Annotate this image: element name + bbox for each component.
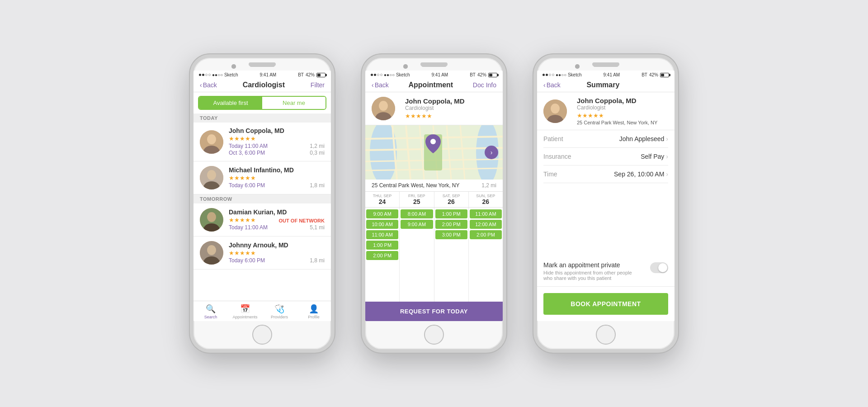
private-toggle[interactable] [650,262,668,273]
slot-thu-5[interactable]: 2:00 PM [366,251,398,260]
avatar-damian-kurian [200,208,223,232]
tab-appointments[interactable]: 📅 Appointments [228,303,262,320]
map-bg: › [365,125,503,180]
summary-time-row[interactable]: Time Sep 26, 10:00 AM › [543,166,668,183]
summary-patient-row[interactable]: Patient John Appleseed › [543,130,668,148]
doctor-name-4: Johnny Arnouk, MD [229,241,325,249]
map-area: › [365,125,503,180]
doc-name-2: John Coppola, MD [405,97,496,105]
phone-1-home[interactable] [252,325,272,345]
summary-insurance-row[interactable]: Insurance Self Pay › [543,148,668,166]
insurance-type: Self Pay [641,153,664,160]
book-appointment-button[interactable]: BOOK APPOINTMENT [543,293,668,315]
filter-button[interactable]: Filter [311,81,325,89]
dist-4: 1,8 mi [310,257,325,264]
time-1: 9:41 AM [260,72,277,77]
slot-thu-1[interactable]: 9:00 AM [366,209,398,218]
tab-search[interactable]: 🔍 Search [193,303,228,320]
phone-1: ●●○○ Sketch 9:41 AM BT 42% ‹ Back Cardio… [190,54,335,353]
map-arrow-btn[interactable]: › [485,146,498,159]
cal-header-sun: SUN, SEP 26 [469,192,503,207]
tab-providers[interactable]: 🩺 Providers [262,303,297,320]
doctor-item-michael-infantino[interactable]: Michael Infantino, MD ★★★★★ Today 6:00 P… [193,161,331,194]
avatar-michael-infantino [200,166,223,189]
doctor-name-3: Damian Kurian, MD [229,208,325,216]
carrier-2: ●●○○ Sketch [384,72,410,77]
slot-sun-3[interactable]: 2:00 PM [470,230,502,239]
dist-1b: 0,3 mi [310,150,325,156]
time-2: 9:41 AM [432,72,448,77]
tab-profile-label: Profile [308,315,320,319]
map-address: 25 Central Park West, New York, NY [372,182,460,189]
back-chevron-3: ‹ [543,81,546,89]
segment-available-first[interactable]: Available first [199,97,262,109]
providers-icon: 🩺 [274,304,284,314]
tab-search-label: Search [204,315,217,319]
segment-near-me[interactable]: Near me [262,97,326,109]
slot-sat-1[interactable]: 1:00 PM [435,209,467,218]
back-button-1[interactable]: ‹ Back [200,81,217,89]
svg-point-32 [551,104,560,114]
doctor-header-3: John Coppola, MD Cardiologist ★★★★★ 25 C… [537,92,675,130]
slot-thu-2[interactable]: 10:00 AM [366,220,398,229]
cal-header-thu: THU, SEP 24 [365,192,400,207]
phone-1-screen: ●●○○ Sketch 9:41 AM BT 42% ‹ Back Cardio… [193,71,331,321]
slot-sat-3[interactable]: 3:00 PM [435,230,467,239]
back-button-2[interactable]: ‹ Back [372,81,389,89]
back-button-3[interactable]: ‹ Back [543,81,561,89]
tab-bar-1: 🔍 Search 📅 Appointments 🩺 Providers 👤 Pr… [193,301,331,321]
doctor-info-damian-kurian: Damian Kurian, MD ★★★★★ OUT OF NETWORK T… [229,208,325,231]
nav-bar-1: ‹ Back Cardiologist Filter [193,78,331,92]
dist-2: 1,8 mi [310,182,325,189]
tab-profile[interactable]: 👤 Profile [297,303,331,320]
doctor-name-2: Michael Infantino, MD [229,166,325,174]
request-today-button[interactable]: REQUEST FOR TODAY [365,302,503,321]
profile-icon: 👤 [309,304,319,314]
doc-header-info: John Coppola, MD Cardiologist ★★★★★ [401,97,496,120]
avatar-appointment [372,97,395,120]
slot-sun-1[interactable]: 11:00 AM [470,209,502,218]
avatar-johnny-arnouk [200,241,223,265]
slot-thu-4[interactable]: 1:00 PM [366,241,398,250]
map-address-bar: 25 Central Park West, New York, NY 1,2 m… [365,180,503,192]
dot2 [202,74,204,76]
svg-point-7 [207,212,216,222]
back-chevron-1: ‹ [200,81,202,89]
svg-point-1 [207,134,216,144]
slot-sat-2[interactable]: 2:00 PM [435,220,467,229]
time-value: Sep 26, 10:00 AM › [614,170,668,178]
slot-fri-2[interactable]: 9:00 AM [401,220,433,229]
back-chevron-2: ‹ [372,81,374,89]
avatar-summary [543,99,567,123]
doctor-info-michael-infantino: Michael Infantino, MD ★★★★★ Today 6:00 P… [229,166,325,189]
dot3 [205,74,208,76]
doctor-item-john-coppola[interactable]: John Coppola, MD ★★★★★ Today 11:00 AM 1,… [193,123,331,161]
doctor-name-1: John Coppola, MD [229,127,325,134]
dot4 [208,74,211,76]
patient-name: John Appleseed [619,135,665,142]
status-bar-3: ●●○○ Sketch 9:41 AM BT 42% [537,71,675,78]
phone-2-home[interactable] [424,325,444,345]
doc-stars-3: ★★★★★ [577,112,668,119]
insurance-value: Self Pay › [641,153,668,160]
svg-point-30 [430,139,436,144]
battery-fill-1 [317,74,321,76]
cal-col-sat: 1:00 PM 2:00 PM 3:00 PM [434,208,469,302]
phone-2-screen: ●●○○ Sketch 9:41 AM BT 42% ‹ Back Appoin… [365,71,503,321]
doctor-item-johnny-arnouk[interactable]: Johnny Arnouk, MD ★★★★★ Today 6:00 PM 1,… [193,237,331,270]
status-right-1: BT 42% [298,72,326,77]
time-label: Time [543,170,557,178]
cal-header-fri: FRI, SEP 25 [400,192,434,207]
carrier-3: ●●○○ Sketch [556,72,582,77]
slot-sun-2[interactable]: 12:00 AM [470,220,502,229]
cal-col-fri: 8:00 AM 9:00 AM [400,208,434,302]
slot-thu-3[interactable]: 11:00 AM [366,230,398,239]
doctor-item-damian-kurian[interactable]: Damian Kurian, MD ★★★★★ OUT OF NETWORK T… [193,204,331,237]
map-distance: 1,2 mi [481,182,496,189]
status-right-3: BT 42% [642,72,669,77]
status-left-1: ●●○○ Sketch [199,72,238,77]
cal-header-sat: SAT, SEP 26 [434,192,469,207]
slot-fri-1[interactable]: 8:00 AM [401,209,433,218]
phone-3-home[interactable] [596,325,616,345]
doc-info-button[interactable]: Doc Info [473,81,496,89]
